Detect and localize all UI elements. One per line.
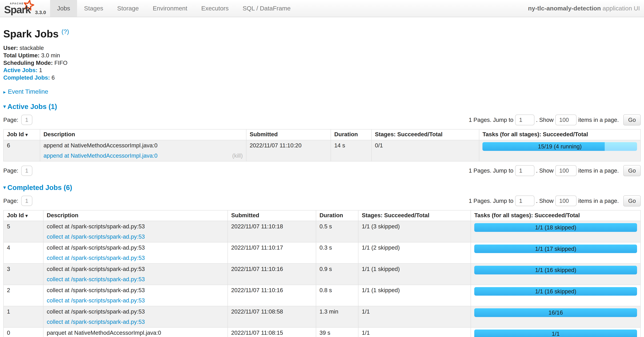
job-description-link[interactable]: collect at /spark-scripts/spark-ad.py:53 (47, 254, 145, 262)
task-progress-bar: 1/1 (18 skipped) (474, 223, 637, 232)
column-header-submitted[interactable]: Submitted (246, 129, 331, 140)
completed-jobs-link[interactable]: Completed Jobs: (3, 74, 50, 81)
summary-active-jobs: Active Jobs: 1 (3, 66, 641, 74)
duration-cell: 39 s (316, 328, 358, 337)
job-description-cell: collect at /spark-scripts/spark-ad.py:53… (43, 306, 228, 327)
job-description-cell: collect at /spark-scripts/spark-ad.py:53… (43, 285, 228, 306)
job-id-cell: 3 (4, 264, 43, 285)
column-header-duration[interactable]: Duration (331, 129, 372, 140)
job-row: 5 collect at /spark-scripts/spark-ad.py:… (4, 221, 640, 242)
pagination-active-top: Page: 1 Pages. Jump to . Show items in a… (3, 114, 641, 125)
page-input[interactable] (21, 196, 32, 206)
collapsed-arrow-icon: ▸ (3, 89, 6, 95)
nav-tab-executors[interactable]: Executors (194, 0, 236, 17)
column-header-description[interactable]: Description (43, 210, 228, 221)
task-progress-bar: 15/19 (4 running) (482, 142, 637, 151)
expanded-arrow-icon: ▾ (3, 185, 6, 190)
show-label: . Show (536, 167, 554, 174)
spark-wordmark: Spark (4, 4, 30, 16)
job-row: 0 parquet at NativeMethodAccessorImpl.ja… (4, 328, 640, 337)
column-header-job-id[interactable]: Job Id ▾ (4, 210, 43, 221)
summary-completed-value: 6 (50, 74, 55, 81)
stages-cell: 1/1 (358, 328, 471, 337)
page-label: Page: (3, 198, 18, 204)
submitted-cell: 2022/11/07 11:10:16 (228, 264, 316, 285)
summary-scheduling-mode: Scheduling Mode: FIFO (3, 59, 641, 67)
tasks-cell: 1/1 (16 skipped) (471, 285, 640, 306)
summary-uptime: Total Uptime: 3.0 min (3, 52, 641, 59)
page-input[interactable] (21, 166, 32, 176)
items-label: items in a page. (578, 117, 619, 123)
task-progress-bar: 1/1 (17 skipped) (474, 245, 637, 253)
duration-cell: 0.8 s (316, 285, 358, 306)
column-header-duration[interactable]: Duration (316, 210, 358, 221)
summary-uptime-label: Total Uptime: (3, 52, 40, 58)
page-input[interactable] (21, 115, 32, 125)
show-label: . Show (536, 198, 554, 204)
progress-label: 16/16 (474, 308, 637, 317)
nav-tab-storage[interactable]: Storage (110, 0, 146, 17)
active-jobs-link[interactable]: Active Jobs: (3, 67, 38, 73)
items-per-page-input[interactable] (555, 165, 577, 176)
column-header-stages[interactable]: Stages: Succeeded/Total (358, 210, 471, 221)
go-button[interactable]: Go (623, 165, 641, 176)
progress-label: 1/1 (474, 330, 637, 337)
job-id-header-label: Job Id (7, 212, 24, 219)
nav-tab-sql-dataframe[interactable]: SQL / DataFrame (236, 0, 298, 17)
items-per-page-input[interactable] (555, 196, 577, 206)
column-header-submitted[interactable]: Submitted (228, 210, 316, 221)
stages-cell: 1/1 (358, 306, 471, 327)
column-header-stages[interactable]: Stages: Succeeded/Total (372, 129, 479, 140)
go-button[interactable]: Go (623, 114, 641, 125)
job-description-cell: append at NativeMethodAccessorImpl.java:… (40, 140, 246, 161)
job-description-link[interactable]: collect at /spark-scripts/spark-ad.py:53 (47, 297, 145, 304)
column-header-job-id[interactable]: Job Id ▾ (4, 129, 40, 140)
go-button[interactable]: Go (623, 195, 641, 207)
app-name: ny-tlc-anomaly-detection (528, 5, 601, 12)
job-description: append at NativeMethodAccessorImpl.java:… (44, 142, 243, 149)
section-header-active-jobs[interactable]: ▾Active Jobs (1) (3, 103, 641, 111)
job-description-link[interactable]: collect at /spark-scripts/spark-ad.py:53 (47, 276, 145, 283)
submitted-cell: 2022/11/07 11:10:16 (228, 285, 316, 306)
jump-to-input[interactable] (515, 165, 534, 176)
spark-version: 3.3.0 (35, 10, 46, 15)
job-description: parquet at NativeMethodAccessorImpl.java… (47, 329, 224, 337)
task-progress-bar: 1/1 (474, 330, 637, 337)
items-label: items in a page. (578, 167, 619, 174)
summary-user-value: stackable (18, 45, 44, 51)
pages-info: 1 Pages. Jump to (469, 117, 514, 123)
progress-label: 15/19 (4 running) (482, 142, 637, 151)
summary-scheduling-label: Scheduling Mode: (3, 60, 53, 66)
job-id-cell: 5 (4, 221, 43, 242)
job-description-link[interactable]: collect at /spark-scripts/spark-ad.py:53 (47, 233, 145, 241)
summary-uptime-value: 3.0 min (40, 52, 60, 58)
job-row: 3 collect at /spark-scripts/spark-ad.py:… (4, 264, 640, 285)
column-header-tasks[interactable]: Tasks (for all stages): Succeeded/Total (479, 129, 641, 140)
tasks-cell: 15/19 (4 running) (479, 140, 641, 161)
jump-to-input[interactable] (515, 196, 534, 206)
event-timeline-toggle[interactable]: ▸Event Timeline (3, 88, 641, 95)
help-link[interactable]: (?) (62, 28, 69, 35)
kill-link[interactable]: (kill) (232, 152, 243, 160)
job-description-cell: collect at /spark-scripts/spark-ad.py:53… (43, 264, 228, 285)
nav-tab-jobs[interactable]: Jobs (50, 0, 77, 17)
pagination-active-bottom: Page: 1 Pages. Jump to . Show items in a… (3, 165, 641, 176)
column-header-description[interactable]: Description (40, 129, 246, 140)
progress-label: 1/1 (18 skipped) (474, 223, 637, 232)
items-per-page-input[interactable] (555, 114, 577, 125)
column-header-tasks[interactable]: Tasks (for all stages): Succeeded/Total (471, 210, 640, 221)
job-description-cell: collect at /spark-scripts/spark-ad.py:53… (43, 242, 228, 264)
stages-cell: 1/1 (2 skipped) (358, 242, 471, 264)
job-description: collect at /spark-scripts/spark-ad.py:53 (47, 265, 224, 273)
submitted-cell: 2022/11/07 11:10:18 (228, 221, 316, 242)
items-label: items in a page. (578, 198, 619, 204)
spark-logo: APACHE Spark 3.3.0 (0, 0, 50, 17)
jump-to-input[interactable] (515, 114, 534, 125)
job-description-link[interactable]: append at NativeMethodAccessorImpl.java:… (44, 152, 158, 160)
job-description-link[interactable]: collect at /spark-scripts/spark-ad.py:53 (47, 318, 145, 326)
sort-desc-icon: ▾ (26, 213, 28, 218)
section-header-completed-jobs[interactable]: ▾Completed Jobs (6) (3, 184, 641, 192)
job-row: 4 collect at /spark-scripts/spark-ad.py:… (4, 242, 640, 264)
nav-tab-environment[interactable]: Environment (146, 0, 194, 17)
nav-tab-stages[interactable]: Stages (77, 0, 110, 17)
